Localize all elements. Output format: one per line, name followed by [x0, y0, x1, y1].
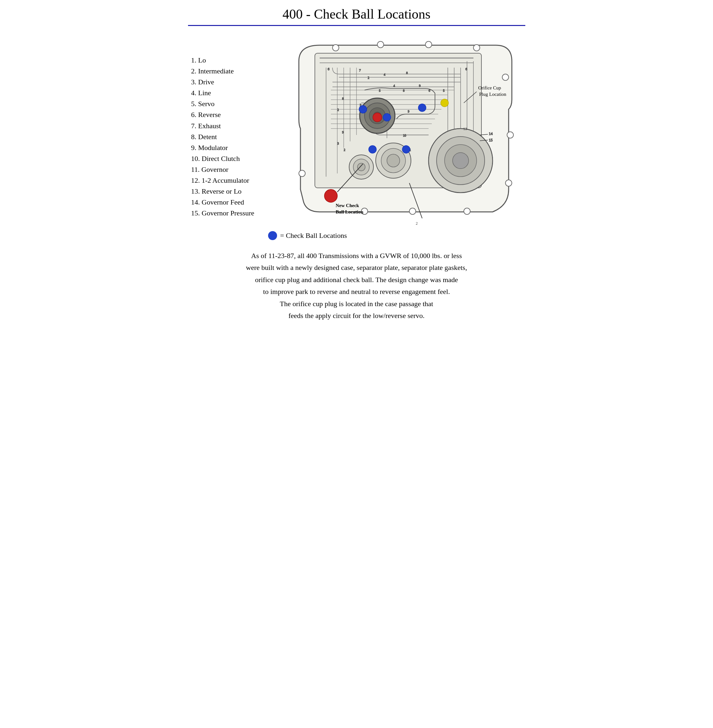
svg-text:4: 4: [393, 84, 395, 88]
legend-item-4: 4. Line: [191, 88, 262, 99]
svg-point-51: [358, 163, 365, 171]
description-content: As of 11-23-87, all 400 Transmissions wi…: [246, 252, 467, 320]
svg-text:13: 13: [463, 127, 467, 131]
svg-point-1: [377, 41, 384, 48]
svg-text:6: 6: [465, 67, 467, 71]
svg-text:4: 4: [384, 73, 385, 76]
new-checkball-red: [324, 190, 337, 202]
svg-text:10: 10: [403, 134, 406, 137]
svg-point-8: [409, 208, 416, 214]
svg-text:15: 15: [489, 138, 493, 142]
page-title: 400 - Check Ball Locations: [188, 6, 525, 26]
svg-point-48: [387, 154, 400, 167]
svg-point-5: [507, 132, 513, 138]
content-area: 1. Lo2. Intermediate3. Drive4. Line5. Se…: [188, 36, 525, 240]
legend-list: 1. Lo2. Intermediate3. Drive4. Line5. Se…: [188, 36, 262, 218]
check-ball-icon: [268, 231, 277, 240]
diagram-svg: 6 7 2 4 8 6 8 2 3 4 5 4 8 9 6: [268, 36, 518, 228]
page-wrapper: 400 - Check Ball Locations 1. Lo2. Inter…: [178, 0, 535, 338]
svg-text:Orifice Cup: Orifice Cup: [478, 85, 501, 90]
svg-point-4: [502, 74, 509, 81]
legend-item-10: 10. Direct Clutch: [191, 153, 262, 164]
svg-text:9: 9: [419, 84, 421, 88]
items-list: 1. Lo2. Intermediate3. Drive4. Line5. Se…: [191, 55, 262, 218]
svg-text:14: 14: [489, 132, 493, 136]
legend-item-12: 12. 1-2 Accumulator: [191, 175, 262, 186]
legend-item-15: 15. Governor Pressure: [191, 208, 262, 218]
svg-text:8: 8: [342, 97, 344, 100]
legend-item-13: 13. Reverse or Lo: [191, 186, 262, 197]
svg-point-0: [333, 45, 339, 51]
svg-point-10: [299, 170, 305, 176]
checkball-bottom: [402, 145, 410, 153]
svg-text:Plug Location: Plug Location: [479, 92, 506, 97]
legend-item-7: 7. Exhaust: [191, 121, 262, 132]
description-text: As of 11-23-87, all 400 Transmissions wi…: [188, 250, 525, 331]
svg-point-6: [506, 180, 512, 186]
legend-item-5: 5. Servo: [191, 99, 262, 109]
svg-text:6: 6: [428, 89, 430, 92]
svg-text:2: 2: [416, 221, 418, 226]
checkball-13-yellow: [441, 99, 448, 107]
legend-item-14: 14. Governor Feed: [191, 197, 262, 208]
svg-text:3: 3: [337, 142, 339, 145]
svg-point-7: [464, 208, 470, 214]
checkball-red-center: [373, 113, 382, 122]
checkball-8: [359, 105, 367, 113]
svg-text:5: 5: [443, 89, 445, 92]
check-ball-legend: = Check Ball Locations: [268, 231, 347, 240]
svg-text:Ball Location: Ball Location: [336, 209, 364, 214]
check-ball-legend-text: = Check Ball Locations: [280, 232, 347, 240]
legend-item-2: 2. Intermediate: [191, 66, 262, 76]
diagram-area: 6 7 2 4 8 6 8 2 3 4 5 4 8 9 6: [262, 36, 525, 240]
svg-text:9: 9: [408, 110, 409, 113]
svg-point-3: [473, 45, 480, 51]
checkball-9: [418, 104, 426, 112]
svg-point-44: [453, 152, 468, 169]
legend-item-8: 8. Detent: [191, 132, 262, 142]
svg-text:5: 5: [379, 89, 380, 92]
svg-text:6: 6: [328, 67, 330, 71]
checkball-6: [383, 114, 391, 121]
svg-point-2: [425, 41, 432, 48]
svg-text:9: 9: [342, 130, 344, 134]
legend-item-9: 9. Modulator: [191, 142, 262, 153]
legend-item-6: 6. Reverse: [191, 109, 262, 120]
svg-text:2: 2: [368, 76, 369, 79]
svg-text:2: 2: [344, 148, 345, 152]
svg-text:8: 8: [406, 71, 408, 75]
checkball-lower: [369, 145, 376, 153]
diagram-container: 6 7 2 4 8 6 8 2 3 4 5 4 8 9 6: [268, 36, 518, 228]
svg-text:7: 7: [359, 68, 361, 72]
svg-text:New Check: New Check: [336, 203, 359, 208]
legend-item-1: 1. Lo: [191, 55, 262, 66]
legend-item-3: 3. Drive: [191, 76, 262, 88]
svg-text:2: 2: [337, 108, 339, 112]
legend-item-11: 11. Governor: [191, 164, 262, 175]
svg-text:8: 8: [403, 89, 404, 92]
